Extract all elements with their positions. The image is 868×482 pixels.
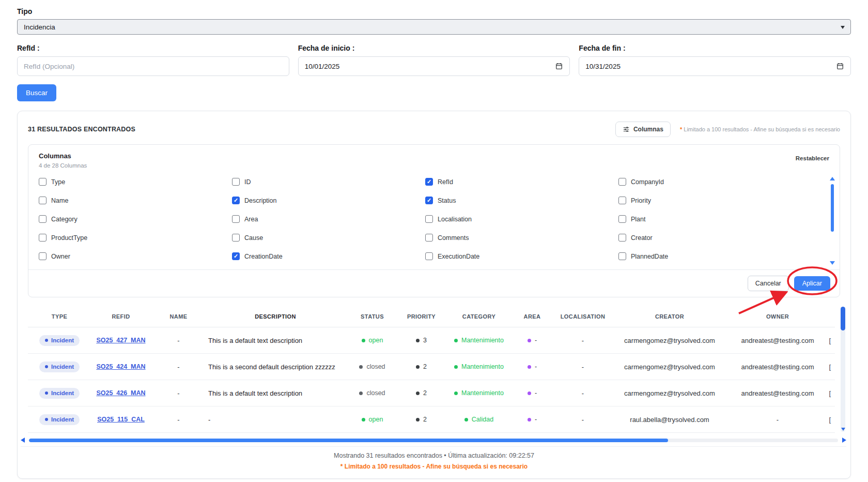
column-checkbox-refid[interactable]: RefId: [425, 178, 618, 186]
table-vertical-scrollbar[interactable]: [841, 307, 845, 432]
checkbox-label: Owner: [51, 253, 70, 260]
cell-area: -: [512, 416, 552, 423]
cell-priority: 3: [397, 337, 446, 344]
chevron-down-icon: [841, 26, 845, 29]
cell-overflow: [: [829, 416, 835, 424]
cell-category: Mantenimiento: [446, 389, 512, 397]
refid-link[interactable]: SO25_115_CAL: [97, 416, 145, 423]
column-checkbox-status[interactable]: Status: [425, 197, 618, 204]
scroll-down-icon[interactable]: [841, 428, 845, 431]
refid-field: RefId :: [17, 44, 289, 76]
cell-category: Mantenimiento: [446, 337, 512, 344]
column-checkbox-creator[interactable]: Creator: [618, 234, 812, 242]
scroll-left-icon[interactable]: [21, 438, 25, 443]
column-checkbox-owner[interactable]: Owner: [39, 252, 232, 260]
restablecer-button[interactable]: Restablecer: [796, 153, 829, 163]
fecha-inicio-input[interactable]: 10/01/2025: [298, 56, 570, 76]
column-checkbox-name[interactable]: Name: [39, 197, 232, 204]
column-header-description: DESCRIPTION: [203, 313, 348, 320]
checkbox-label: ProductType: [51, 234, 87, 242]
fecha-inicio-field: Fecha de inicio : 10/01/2025: [298, 44, 570, 76]
cell-overflow: [: [829, 363, 835, 371]
cell-priority: 2: [397, 416, 446, 423]
results-count: 31 RESULTADOS ENCONTRADOS: [28, 126, 135, 133]
area-dot-icon: [528, 418, 531, 421]
column-checkbox-type[interactable]: Type: [39, 178, 232, 186]
scroll-right-icon[interactable]: [842, 438, 846, 443]
category-dot-icon: [454, 365, 458, 369]
checkbox-label: Comments: [438, 234, 469, 242]
column-checkbox-cause[interactable]: Cause: [232, 234, 425, 242]
panel-scrollbar[interactable]: [830, 177, 835, 265]
category-dot-icon: [454, 339, 458, 342]
calendar-icon[interactable]: [555, 62, 563, 70]
cell-status: closed: [348, 389, 397, 397]
cell-refid: SO25_115_CAL: [88, 416, 154, 423]
cell-creator: raul.abella@trysolved.com: [613, 416, 726, 424]
cell-owner: -: [726, 416, 829, 424]
scroll-down-icon[interactable]: [830, 261, 835, 265]
limit-note: * Limitado a 100 resultados - Afine su b…: [680, 126, 840, 132]
aplicar-button[interactable]: Aplicar: [794, 276, 830, 291]
column-checkbox-priority[interactable]: Priority: [618, 197, 812, 204]
column-checkbox-creationdate[interactable]: CreationDate: [232, 252, 425, 260]
column-checkbox-id[interactable]: ID: [232, 178, 425, 186]
cell-creator: carmengomez@trysolved.com: [613, 363, 726, 371]
limit-note-text: Limitado a 100 resultados - Afine su bús…: [684, 126, 840, 132]
column-checkbox-executiondate[interactable]: ExecutionDate: [425, 252, 618, 260]
columns-panel: Columnas 4 de 28 Columnas Restablecer Ty…: [28, 144, 840, 297]
table-horizontal-scrollbar[interactable]: [21, 438, 846, 447]
checkbox-label: ExecutionDate: [438, 253, 479, 260]
checkbox-icon: [39, 252, 47, 260]
scrollbar-thumb[interactable]: [831, 184, 834, 232]
column-checkbox-localisation[interactable]: Localisation: [425, 215, 618, 223]
checkbox-icon: [39, 215, 47, 223]
status-dot-icon: [362, 418, 365, 421]
category-dot-icon: [454, 391, 458, 395]
fecha-inicio-value: 10/01/2025: [305, 63, 340, 70]
scrollbar-thumb[interactable]: [841, 307, 845, 330]
column-checkbox-area[interactable]: Area: [232, 215, 425, 223]
scrollbar-thumb[interactable]: [29, 439, 668, 442]
priority-dot-icon: [416, 339, 420, 342]
columnas-button[interactable]: Columnas: [615, 122, 671, 137]
refid-link[interactable]: SO25_427_MAN: [96, 337, 145, 344]
cancelar-button[interactable]: Cancelar: [748, 276, 789, 291]
fecha-fin-input[interactable]: 10/31/2025: [579, 56, 851, 76]
type-dot-icon: [45, 365, 48, 368]
cell-type: Incident: [31, 388, 88, 399]
columns-tune-icon: [623, 126, 630, 133]
refid-link[interactable]: SO25_426_MAN: [96, 389, 145, 397]
column-checkbox-plant[interactable]: Plant: [618, 215, 812, 223]
column-checkbox-companyid[interactable]: CompanyId: [618, 178, 812, 186]
buscar-button[interactable]: Buscar: [17, 84, 56, 101]
scroll-up-icon[interactable]: [830, 177, 835, 180]
checkbox-icon: [232, 197, 240, 204]
cell-owner: andreatest@testing.com: [726, 363, 829, 371]
refid-link[interactable]: SO25_424_MAN: [96, 363, 145, 370]
type-badge: Incident: [39, 414, 80, 425]
column-checkbox-producttype[interactable]: ProductType: [39, 234, 232, 242]
column-header-status: STATUS: [348, 313, 397, 320]
cell-owner: andreatest@testing.com: [726, 389, 829, 397]
results-summary: Mostrando 31 resultados encontrados • Úl…: [28, 452, 840, 459]
column-checkbox-planneddate[interactable]: PlannedDate: [618, 252, 812, 260]
results-header: 31 RESULTADOS ENCONTRADOS Columnas * Lim…: [28, 119, 840, 144]
tipo-select[interactable]: Incidencia: [17, 19, 851, 35]
checkbox-icon: [232, 234, 240, 242]
calendar-icon[interactable]: [836, 62, 844, 70]
cell-area: -: [512, 337, 552, 344]
page: Tipo Incidencia RefId : Fecha de inicio …: [0, 0, 868, 482]
checkbox-icon: [232, 178, 240, 186]
columns-panel-subtitle: 4 de 28 Columnas: [39, 162, 87, 169]
type-badge: Incident: [39, 335, 80, 346]
scrollbar-track[interactable]: [29, 439, 838, 442]
area-dot-icon: [528, 365, 531, 369]
type-dot-icon: [45, 391, 48, 395]
refid-input[interactable]: [17, 56, 289, 76]
column-checkbox-category[interactable]: Category: [39, 215, 232, 223]
cell-creator: carmengomez@trysolved.com: [613, 389, 726, 397]
column-checkbox-description[interactable]: Description: [232, 197, 425, 204]
filters-row: RefId : Fecha de inicio : 10/01/2025 Fec…: [17, 44, 851, 76]
column-checkbox-comments[interactable]: Comments: [425, 234, 618, 242]
